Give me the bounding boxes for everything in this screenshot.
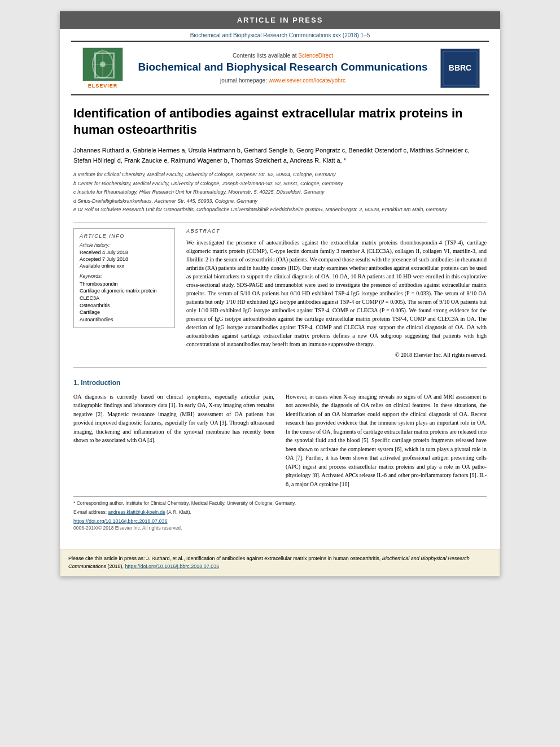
received-date: Received 4 July 2018 [80,250,169,255]
journal-header: ELSEVIER Contents lists available at Sci… [71,41,489,95]
keyword-1: Cartilage oligomeric matrix protein [80,287,169,295]
elsevier-wordmark: ELSEVIER [88,83,118,89]
article-info-col: ARTICLE INFO Article history: Received 4… [73,228,175,358]
article-title: Identification of antibodies against ext… [73,106,487,138]
email-footnote: E-mail address: andreas.klatt@uk-koeln.d… [73,509,487,516]
citation-footer: Please cite this article in press as: J.… [60,549,500,576]
introduction-left-col: OA diagnosis is currently based on clini… [73,392,274,489]
keyword-2: CLEC3A [80,295,169,302]
article-info-heading: ARTICLE INFO [80,233,169,239]
abstract-col: ABSTRACT We investigated the presence of… [186,228,487,358]
divider-mid [73,367,487,368]
journal-title-header: Biochemical and Biophysical Research Com… [132,61,434,74]
keywords-label: Keywords: [80,273,169,279]
footnote-section: * Corresponding author. Institute for Cl… [73,496,487,531]
introduction-heading: 1. Introduction [73,379,487,387]
citation-prefix: Please cite this article in press as: J.… [68,556,380,561]
keyword-5: Autoantibodies [80,316,169,324]
intro-right-text: However, in cases when X-ray imaging rev… [286,392,487,489]
bbrc-logo: BBRC [440,49,480,88]
affiliation-a: a Institute for Clinical Chemistry, Medi… [73,171,487,179]
affiliation-c: c Institute for Rheumatology, Hiller Res… [73,189,487,196]
corresponding-author-note: * Corresponding author. Institute for Cl… [73,500,487,507]
affiliation-d: d Sinus-Dreifaltigkeitskrankenhaus, Aach… [73,198,487,206]
citation-doi-link[interactable]: https://doi.org/10.1016/j.bbrc.2018.07.0… [125,563,220,569]
info-abstract-cols: ARTICLE INFO Article history: Received 4… [73,228,487,358]
affiliation-b: b Center for Biochemistry, Medical Facul… [73,180,487,188]
journal-reference-line: Biochemical and Biophysical Research Com… [60,29,500,41]
journal-homepage-link[interactable]: www.elsevier.com/locate/ybbrc [269,77,345,84]
available-online: Available online xxx [80,263,169,269]
elsevier-logo-image [82,47,123,81]
rights-line: 0006-291X/© 2018 Elsevier Inc. All right… [73,525,487,531]
svg-rect-0 [83,48,123,81]
article-in-press-banner: ARTICLE IN PRESS [60,11,500,29]
svg-text:BBRC: BBRC [449,63,471,72]
sciencedirect-line: Contents lists available at ScienceDirec… [132,53,434,59]
keyword-4: Cartilage [80,309,169,316]
article-history-label: Article history: [80,242,169,248]
abstract-heading: ABSTRACT [186,228,487,234]
affiliation-e: e Dr Rolf M Schwiete Research Unit for O… [73,206,487,214]
email-link[interactable]: andreas.klatt@uk-koeln.de [108,509,165,515]
introduction-cols: OA diagnosis is currently based on clini… [73,392,487,489]
elsevier-logo-area: ELSEVIER [80,47,125,89]
affiliations: a Institute for Clinical Chemistry, Medi… [73,171,487,214]
svg-point-1 [93,51,113,78]
sciencedirect-link[interactable]: ScienceDirect [298,53,333,59]
divider-top [73,222,487,222]
doi-line: https://doi.org/10.1016/j.bbrc.2018.07.0… [73,518,487,524]
citation-year: (2018), [108,563,124,569]
abstract-text: We investigated the presence of autoanti… [186,238,487,348]
accepted-date: Accepted 7 July 2018 [80,256,169,262]
header-center: Contents lists available at ScienceDirec… [132,53,434,84]
intro-left-text: OA diagnosis is currently based on clini… [73,392,274,445]
copyright-line: © 2018 Elsevier Inc. All rights reserved… [186,352,487,358]
introduction-right-col: However, in cases when X-ray imaging rev… [286,392,487,489]
journal-homepage-line: journal homepage: www.elsevier.com/locat… [132,77,434,84]
svg-point-4 [100,62,106,67]
main-content: Identification of antibodies against ext… [60,95,500,541]
keyword-3: Osteoarthritis [80,302,169,309]
doi-link[interactable]: https://doi.org/10.1016/j.bbrc.2018.07.0… [73,518,168,524]
keywords-section: Keywords: Thrombospondin Cartilage oligo… [80,273,169,324]
keyword-0: Thrombospondin [80,281,169,288]
article-info-box: ARTICLE INFO Article history: Received 4… [73,228,175,329]
introduction-section: 1. Introduction OA diagnosis is currentl… [73,379,487,489]
authors-line: Johannes Ruthard a, Gabriele Hermes a, U… [73,146,487,165]
